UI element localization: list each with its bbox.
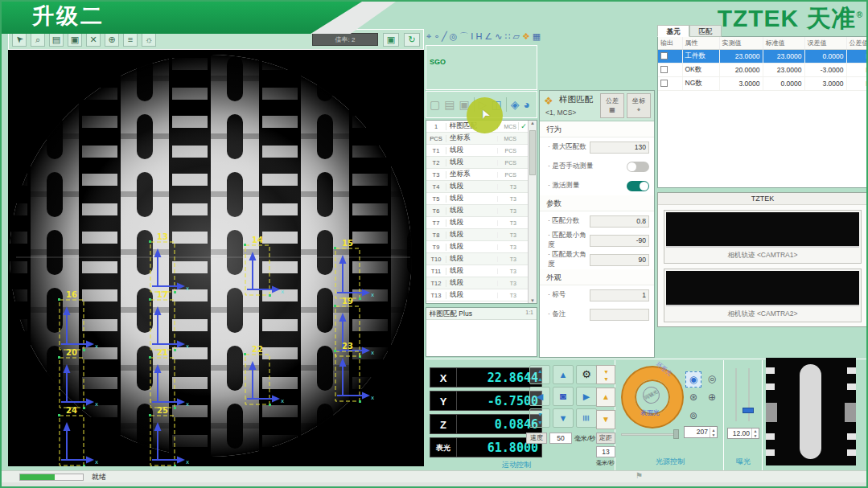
jog-settings-button[interactable]: ⚙ xyxy=(576,365,597,384)
curve-icon[interactable]: ∿ xyxy=(495,29,502,43)
list-item[interactable]: T1线段PCS xyxy=(426,145,529,157)
table-row[interactable]: NG数3.00000.00003.0000NA, NA xyxy=(658,77,868,91)
camera-trajectory-panel: TZTEK 相机轨迹 <CAMTRA1>相机轨迹 <CAMTRA2> xyxy=(657,192,868,327)
toggle-switch[interactable] xyxy=(627,162,649,172)
field-input[interactable]: 90 xyxy=(590,254,649,266)
new-icon[interactable]: ▢ xyxy=(430,96,440,113)
exposure-slider-left[interactable] xyxy=(735,368,737,421)
light-slider-handle[interactable] xyxy=(673,429,679,439)
capture-button[interactable]: ▣ xyxy=(383,33,399,47)
template-tab-label[interactable]: 样图匹配 Plus xyxy=(430,310,472,318)
jog-config-button[interactable]: ≣ xyxy=(576,408,597,428)
ring-light-icon[interactable]: ◉ xyxy=(685,371,701,388)
camera-view[interactable]: 13 x 14 x 15 x xyxy=(8,50,424,466)
eraser-icon[interactable]: ▱ xyxy=(512,29,519,43)
list-item[interactable]: T11线段T3 xyxy=(426,265,529,277)
scroll-down-icon[interactable]: ▼ xyxy=(530,298,535,303)
list-item[interactable]: T7线段T3 xyxy=(426,217,529,229)
list-item[interactable]: T6线段T3 xyxy=(426,205,529,217)
spinner-arrows-icon[interactable]: ▲▼ xyxy=(710,428,717,437)
list-item[interactable]: T8线段T3 xyxy=(426,229,529,241)
light-value-spinner[interactable]: 207 ▲▼ xyxy=(684,426,718,438)
jog-down-button[interactable]: ▼ xyxy=(553,408,574,428)
coordinate-icon[interactable]: ⌖ xyxy=(426,29,431,43)
list-item[interactable]: PCS坐标系MCS xyxy=(426,133,529,145)
scatter-icon[interactable]: ∷ xyxy=(504,29,510,43)
cursor-icon[interactable]: ➤ xyxy=(12,32,27,47)
wizard-icon[interactable]: ◈ xyxy=(511,96,520,113)
backlight-icon[interactable]: ⊕ xyxy=(704,390,720,406)
template-thumbnail xyxy=(766,358,856,465)
scroll-up-icon[interactable]: ▲ xyxy=(530,121,535,125)
line-icon[interactable]: ╱ xyxy=(442,29,447,43)
import-icon[interactable]: ▤ xyxy=(444,96,455,113)
zoom-icon[interactable]: ⌕ xyxy=(31,32,45,47)
image-icon[interactable]: ▤ xyxy=(49,32,64,47)
speed-input[interactable]: 50 xyxy=(549,433,572,444)
jog-up-button[interactable]: ▲ xyxy=(553,365,574,384)
list-item[interactable]: T10线段T3 xyxy=(426,253,529,265)
angle-icon[interactable]: ∠ xyxy=(484,29,492,43)
template-match-icon: ❖ xyxy=(544,95,553,107)
field-input[interactable]: 1 xyxy=(590,289,649,301)
light-icon[interactable]: ☼ xyxy=(142,32,156,47)
output-checkbox[interactable] xyxy=(660,80,668,87)
panel-title: 样图匹配 xyxy=(559,94,593,105)
close-icon[interactable]: ✕ xyxy=(86,32,101,47)
magnification-dropdown[interactable]: 倍率: 2 xyxy=(312,33,378,46)
calculator-icon[interactable]: ▦ xyxy=(533,29,541,43)
template-icon[interactable]: ❖ xyxy=(522,29,530,43)
z-down-button[interactable]: ▼ xyxy=(596,410,615,429)
list-item[interactable]: T9线段T3 xyxy=(426,241,529,253)
tolerance-button[interactable]: 公差 ▦ xyxy=(600,93,624,118)
z-fast-down-button[interactable]: ▼▼ xyxy=(596,365,615,384)
table-row[interactable]: OK数20.000023.0000-3.0000NA, NA xyxy=(658,64,868,77)
section-title: 参数 xyxy=(540,195,654,211)
results-tab[interactable]: 基元 xyxy=(657,25,689,37)
list-item[interactable]: T13线段T3 xyxy=(426,289,529,301)
list-item[interactable]: T4线段T3 xyxy=(426,181,529,193)
output-checkbox[interactable] xyxy=(660,52,668,59)
output-checkbox[interactable] xyxy=(660,66,668,73)
height-measure-icon[interactable]: I xyxy=(471,29,473,43)
refresh-icon[interactable]: ◕ xyxy=(524,96,530,113)
speed-button[interactable]: 速度 xyxy=(526,433,547,444)
coordinate-button[interactable]: 坐标 ⌖ xyxy=(627,93,651,118)
scrollbar-thumb[interactable] xyxy=(529,130,536,175)
field-input[interactable]: 130 xyxy=(590,141,649,154)
layers-icon[interactable]: ≡ xyxy=(123,32,138,47)
surface-light-icon[interactable]: ⊛ xyxy=(685,390,701,406)
banner-badge: 升级二 xyxy=(32,2,105,31)
exposure-spinner[interactable]: 12.00 ▲▼ xyxy=(727,428,759,439)
jog-left-button[interactable]: ◀ xyxy=(529,387,550,406)
exposure-slider-right[interactable] xyxy=(748,368,750,421)
toggle-switch[interactable] xyxy=(627,181,649,191)
camera-icon[interactable]: ▣ xyxy=(68,32,82,47)
combined-light-icon[interactable]: ⊚ xyxy=(685,408,701,424)
width-measure-icon[interactable]: H xyxy=(475,29,482,43)
z-up-button[interactable]: ▲ xyxy=(596,388,615,407)
table-row[interactable]: 工件数23.000023.00000.0000NA, NA xyxy=(658,50,868,64)
exposure-slider-handle[interactable] xyxy=(743,408,754,413)
jog-right-button[interactable]: ▶ xyxy=(576,387,597,406)
field-input[interactable]: -90 xyxy=(590,235,649,247)
field-input[interactable]: 0.8 xyxy=(590,215,649,228)
jog-down-fast-button[interactable]: ▼▼ xyxy=(529,408,550,428)
list-item[interactable]: T3坐标系PCS xyxy=(426,169,529,181)
refresh-view-button[interactable]: ↻ xyxy=(404,33,420,47)
step-input[interactable]: 13 xyxy=(596,446,615,457)
point-icon[interactable]: ∘ xyxy=(434,29,439,43)
crosshair-icon[interactable]: ⊕ xyxy=(105,32,119,47)
circle-icon[interactable]: ◎ xyxy=(450,29,458,43)
list-item[interactable]: T2线段PCS xyxy=(426,157,529,169)
exposure-spinner-arrows-icon[interactable]: ▲▼ xyxy=(751,429,759,438)
jog-stop-button[interactable]: ◙ xyxy=(553,387,574,406)
coaxial-light-icon[interactable]: ◎ xyxy=(704,371,720,388)
jog-up-fast-button[interactable]: ▲▲ xyxy=(529,365,550,384)
arc-icon[interactable]: ⌒ xyxy=(459,29,468,43)
list-item[interactable]: T5线段T3 xyxy=(426,193,529,205)
step-button[interactable]: 定距 xyxy=(596,433,615,444)
field-input[interactable] xyxy=(590,309,649,321)
list-item[interactable]: T12线段T3 xyxy=(426,277,529,289)
light-slider[interactable] xyxy=(621,433,679,436)
